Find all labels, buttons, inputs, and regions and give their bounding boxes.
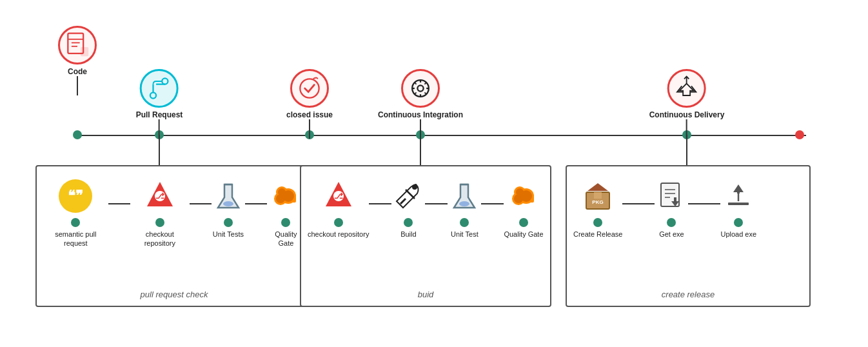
code-icon bbox=[63, 31, 92, 59]
svg-point-6 bbox=[163, 78, 168, 84]
connector-3-4 bbox=[245, 203, 267, 204]
svg-text:⎇: ⎇ bbox=[155, 192, 164, 201]
ci-label: Continuous Integration bbox=[378, 110, 463, 119]
ci-check-circle bbox=[290, 69, 329, 108]
event-ci: Continuous Integration bbox=[378, 69, 463, 139]
build-label: Build bbox=[400, 230, 416, 239]
event-pull-request: Pull Request bbox=[136, 69, 183, 139]
unit-tests-node bbox=[224, 218, 233, 227]
pr-icon bbox=[145, 74, 173, 103]
upload-exe-node bbox=[734, 218, 743, 227]
pr-check-title: pull request check bbox=[37, 290, 311, 299]
svg-line-16 bbox=[424, 92, 426, 94]
svg-point-9 bbox=[412, 80, 429, 97]
unit-test-node bbox=[460, 218, 469, 227]
closed-issue-icon bbox=[295, 74, 324, 103]
pr-label: Pull Request bbox=[136, 110, 183, 119]
step-quality-gate-2: Quality Gate bbox=[504, 179, 543, 239]
svg-point-8 bbox=[300, 79, 319, 97]
step-semantic-pr: ❝❞ semantic pull request bbox=[43, 179, 108, 248]
cd-icon bbox=[673, 74, 701, 103]
diagram-container: Code Pull Request closed issue bbox=[0, 0, 868, 347]
svg-rect-48 bbox=[594, 192, 602, 199]
create-release-label: Create Release bbox=[573, 230, 622, 239]
step-unit-tests: Unit Tests bbox=[212, 179, 245, 239]
event-code: Code bbox=[58, 26, 97, 95]
svg-text:⎇: ⎇ bbox=[334, 192, 343, 201]
svg-marker-57 bbox=[733, 184, 744, 193]
connector-b1-b2 bbox=[369, 203, 391, 204]
svg-line-18 bbox=[415, 92, 416, 94]
pr-box-connector bbox=[159, 135, 160, 167]
svg-marker-47 bbox=[587, 183, 608, 191]
git-icon-2: ⎇ bbox=[322, 179, 355, 213]
code-vline bbox=[77, 76, 78, 95]
closed-issue-label: closed issue bbox=[286, 110, 333, 119]
timeline-node-end bbox=[795, 130, 804, 139]
create-release-title: create release bbox=[567, 290, 809, 299]
connector-1-2 bbox=[108, 203, 130, 204]
quality-gate-1-node bbox=[281, 218, 290, 227]
cloud-icon-2 bbox=[507, 179, 540, 213]
step-unit-test: Unit Test bbox=[448, 179, 481, 239]
svg-line-15 bbox=[415, 83, 416, 84]
checkout-2-label: checkout repository bbox=[308, 230, 369, 239]
upload-icon bbox=[722, 179, 755, 213]
create-release-node bbox=[593, 218, 602, 227]
event-closed-issue: closed issue bbox=[286, 69, 333, 139]
ci-box-connector bbox=[420, 135, 421, 167]
ci-circle bbox=[401, 69, 440, 108]
upload-exe-label: Upload exe bbox=[720, 230, 756, 239]
step-get-exe: Get exe bbox=[655, 179, 688, 239]
step-build: Build bbox=[391, 179, 425, 239]
flask-icon-1 bbox=[212, 179, 245, 213]
semantic-pr-label: semantic pull request bbox=[43, 230, 108, 248]
step-upload-exe: Upload exe bbox=[720, 179, 756, 239]
checkout-1-node bbox=[155, 218, 164, 227]
connector-2-3 bbox=[190, 203, 212, 204]
build-node bbox=[404, 218, 413, 227]
get-exe-node bbox=[667, 218, 676, 227]
connector-b2-b3 bbox=[425, 203, 448, 204]
checkout-1-label: checkout repository bbox=[130, 230, 190, 248]
svg-point-24 bbox=[223, 201, 233, 206]
svg-text:PKG: PKG bbox=[593, 199, 604, 205]
event-cd: Continuous Delivery bbox=[649, 69, 725, 139]
svg-point-45 bbox=[516, 188, 524, 196]
connector-c1-c2 bbox=[622, 203, 655, 204]
quality-gate-2-node bbox=[519, 218, 528, 227]
buid-title: buid bbox=[301, 290, 550, 299]
semantic-pr-node bbox=[71, 218, 80, 227]
code-circle bbox=[58, 26, 97, 64]
checkout-2-node bbox=[334, 218, 343, 227]
cloud-icon-1 bbox=[269, 179, 302, 213]
semantic-pr-icon: ❝❞ bbox=[59, 179, 92, 213]
svg-point-10 bbox=[417, 85, 423, 91]
code-label: Code bbox=[68, 67, 87, 76]
svg-point-31 bbox=[278, 188, 286, 196]
package-icon: PKG bbox=[581, 179, 615, 213]
step-create-release: PKG Create Release bbox=[573, 179, 622, 239]
svg-line-17 bbox=[424, 83, 426, 84]
connector-b3-b4 bbox=[481, 203, 504, 204]
step-checkout-2: ⎇ checkout repository bbox=[308, 179, 369, 239]
svg-point-38 bbox=[459, 201, 469, 206]
unit-test-label: Unit Test bbox=[451, 230, 478, 239]
ci-icon bbox=[406, 74, 435, 103]
svg-rect-55 bbox=[728, 203, 749, 205]
svg-rect-4 bbox=[81, 48, 88, 56]
get-exe-label: Get exe bbox=[659, 230, 684, 239]
timeline-node-code bbox=[73, 130, 82, 139]
document-arrow-icon bbox=[655, 179, 688, 213]
cd-circle bbox=[667, 69, 706, 108]
wrench-icon bbox=[391, 179, 425, 213]
ci-check-vline bbox=[309, 119, 310, 139]
step-checkout-1: ⎇ checkout repository bbox=[130, 179, 190, 248]
svg-point-36 bbox=[412, 184, 417, 190]
pull-request-check-box: ❝❞ semantic pull request ⎇ checkout repo… bbox=[35, 165, 313, 307]
connector-c2-c3 bbox=[688, 203, 720, 204]
pr-circle bbox=[140, 69, 179, 108]
unit-tests-label: Unit Tests bbox=[213, 230, 244, 239]
svg-line-35 bbox=[400, 199, 406, 204]
svg-point-5 bbox=[150, 92, 156, 98]
